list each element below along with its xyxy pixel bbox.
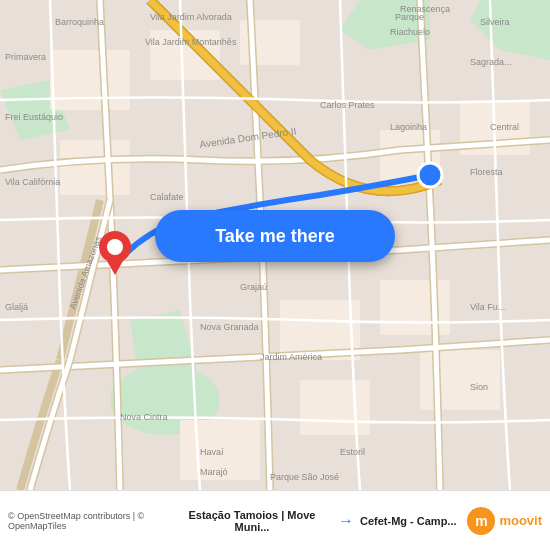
svg-text:Vila Califórnia: Vila Califórnia (5, 177, 60, 187)
moovit-logo: m moovit (467, 507, 542, 535)
svg-text:Riachuelo: Riachuelo (390, 27, 430, 37)
svg-text:Havaí: Havaí (200, 447, 224, 457)
svg-text:Primavera: Primavera (5, 52, 46, 62)
svg-text:Jardim América: Jardim América (260, 352, 322, 362)
map-attribution: © OpenStreetMap contributors | © OpenMap… (8, 511, 161, 531)
svg-text:Frei Eustáquio: Frei Eustáquio (5, 112, 63, 122)
route-info: Estação Tamoios | Move Muni... → Cefet-M… (161, 509, 467, 533)
route-destination: Cefet-Mg - Camp... (360, 515, 457, 527)
route-origin: Estação Tamoios | Move Muni... (172, 509, 332, 533)
svg-text:Estoril: Estoril (340, 447, 365, 457)
svg-text:Barroquinha: Barroquinha (55, 17, 104, 27)
svg-text:Parque São José: Parque São José (270, 472, 339, 482)
svg-text:Sion: Sion (470, 382, 488, 392)
svg-text:Vila Fu...: Vila Fu... (470, 302, 505, 312)
svg-text:Sagrada...: Sagrada... (470, 57, 512, 67)
moovit-icon: m (467, 507, 495, 535)
route-arrow: → (338, 512, 354, 530)
svg-text:Central: Central (490, 122, 519, 132)
svg-text:Nova Granada: Nova Granada (200, 322, 259, 332)
svg-rect-6 (50, 50, 130, 110)
take-me-there-button[interactable]: Take me there (155, 210, 395, 262)
map-container: Avenida Dom Pedro II Avenida Amazonas Ca… (0, 0, 550, 490)
svg-rect-11 (380, 280, 450, 335)
svg-text:Lagoinha: Lagoinha (390, 122, 427, 132)
svg-point-18 (424, 169, 436, 181)
svg-text:Marajó: Marajó (200, 467, 228, 477)
bottom-bar: © OpenStreetMap contributors | © OpenMap… (0, 490, 550, 550)
svg-rect-13 (300, 380, 370, 435)
svg-text:Floresta: Floresta (470, 167, 503, 177)
svg-text:Nova Cintra: Nova Cintra (120, 412, 168, 422)
svg-text:Glaljá: Glaljá (5, 302, 28, 312)
svg-text:Parque: Parque (395, 12, 424, 22)
svg-text:Calafate: Calafate (150, 192, 184, 202)
svg-rect-9 (60, 140, 130, 195)
attribution-text: © OpenStreetMap contributors | © OpenMap… (8, 511, 161, 531)
svg-text:Carlos Prates: Carlos Prates (320, 100, 375, 110)
svg-rect-12 (420, 350, 500, 410)
svg-text:Vila Jardim Alvorada: Vila Jardim Alvorada (150, 12, 232, 22)
svg-text:Silveira: Silveira (480, 17, 510, 27)
svg-text:Grajaú: Grajaú (240, 282, 267, 292)
moovit-text: moovit (499, 513, 542, 528)
svg-point-20 (107, 239, 123, 255)
svg-text:Vila Jardim Montanhês: Vila Jardim Montanhês (145, 37, 237, 47)
